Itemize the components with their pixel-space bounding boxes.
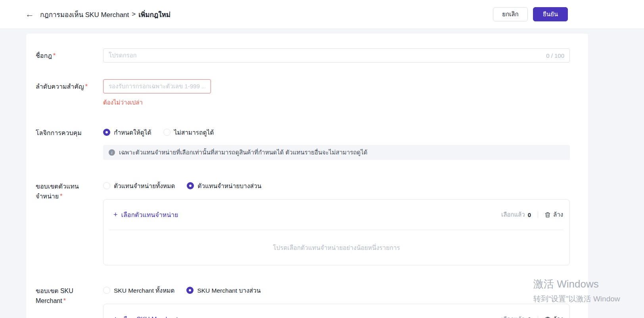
plus-icon: +: [113, 211, 118, 218]
rule-name-placeholder: โปรดกรอก: [109, 51, 137, 60]
header-actions: ยกเลิก ยืนยัน: [493, 7, 568, 21]
info-icon: i: [109, 149, 115, 156]
priority-error-message: ต้องไม่ว่างเปล่า: [103, 98, 570, 107]
cancel-button[interactable]: ยกเลิก: [493, 7, 528, 21]
dealer-empty-state: โปรดเลือกตัวแทนจำหน่ายอย่างน้อยหนึ่งรายก…: [104, 230, 569, 265]
control-logic-row: โลจิกการควบคุม กำหนดให้ดูได้ ไม่สามารถดู…: [36, 126, 570, 160]
add-sku-button[interactable]: + เลือก SKU Merchant: [113, 314, 178, 318]
radio-option-label: SKU Merchant บางส่วน: [197, 286, 261, 295]
rule-name-row: ชื่อกฎ* โปรดกรอก 0 / 100: [36, 48, 570, 63]
breadcrumb-parent[interactable]: กฎการมองเห็น SKU Merchant: [40, 9, 129, 20]
radio-unselected-icon[interactable]: [163, 129, 171, 136]
radio-selected-icon[interactable]: [103, 129, 110, 136]
dealer-scope-row: ขอบเขตตัวแทน จำหน่าย* ตัวแทนจำหน่ายทั้งห…: [36, 179, 570, 265]
selected-count-label: เลือกแล้ว: [501, 210, 525, 219]
required-mark: *: [85, 83, 88, 90]
radio-option-viewable[interactable]: กำหนดให้ดูได้: [103, 128, 151, 137]
radio-unselected-icon[interactable]: [103, 287, 110, 294]
breadcrumb-separator: >: [132, 10, 136, 18]
selected-count-value: 0: [528, 211, 531, 218]
radio-option-some-sku[interactable]: SKU Merchant บางส่วน: [186, 286, 261, 295]
radio-option-label: SKU Merchant ทั้งหมด: [114, 286, 174, 295]
dealer-scope-label: ขอบเขตตัวแทน จำหน่าย*: [36, 179, 103, 265]
radio-option-all-dealers[interactable]: ตัวแทนจำหน่ายทั้งหมด: [103, 181, 175, 191]
back-arrow-icon[interactable]: ←: [25, 10, 34, 19]
trash-icon: [545, 316, 550, 318]
rule-name-label: ชื่อกฎ*: [36, 48, 103, 63]
sku-select-panel: + เลือก SKU Merchant เลือกแล้ว 0 ล้าง: [103, 304, 570, 318]
radio-option-all-sku[interactable]: SKU Merchant ทั้งหมด: [103, 286, 174, 295]
confirm-button[interactable]: ยืนยัน: [533, 7, 568, 21]
breadcrumb: ← กฎการมองเห็น SKU Merchant > เพิ่มกฎใหม…: [25, 9, 171, 20]
radio-unselected-icon[interactable]: [103, 182, 110, 189]
selected-count-label: เลือกแล้ว: [501, 314, 525, 318]
vertical-divider: [538, 211, 538, 218]
priority-placeholder: รองรับการกรอกเฉพาะตัวเลข 1-999 ...: [109, 82, 205, 91]
page-header: ← กฎการมองเห็น SKU Merchant > เพิ่มกฎใหม…: [0, 0, 644, 29]
trash-icon: [545, 212, 550, 218]
selected-count-value: 0: [528, 316, 531, 318]
dealer-select-panel: + เลือกตัวแทนจำหน่าย เลือกแล้ว 0 ล้าง: [103, 199, 570, 265]
radio-option-label: กำหนดให้ดูได้: [114, 128, 151, 137]
clear-dealers-button[interactable]: ล้าง: [545, 210, 563, 219]
radio-option-not-viewable[interactable]: ไม่สามารถดูได้: [163, 128, 214, 137]
control-logic-label: โลจิกการควบคุม: [36, 126, 103, 160]
radio-option-label: ตัวแทนจำหน่ายทั้งหมด: [114, 181, 175, 191]
required-mark: *: [63, 297, 66, 304]
required-mark: *: [60, 193, 62, 200]
priority-row: ลำดับความสำคัญ* รองรับการกรอกเฉพาะตัวเลข…: [36, 79, 570, 107]
plus-icon: +: [113, 316, 118, 318]
radio-option-some-dealers[interactable]: ตัวแทนจำหน่ายบางส่วน: [187, 181, 261, 191]
sku-scope-label: ขอบเขต SKU Merchant*: [36, 284, 103, 318]
form-card: ชื่อกฎ* โปรดกรอก 0 / 100 ลำดับความสำคัญ*…: [26, 34, 588, 318]
rule-name-input[interactable]: โปรดกรอก 0 / 100: [103, 48, 570, 63]
radio-selected-icon[interactable]: [187, 182, 194, 189]
radio-option-label: ไม่สามารถดูได้: [174, 128, 214, 137]
info-text: เฉพาะตัวแทนจำหน่ายที่เลือกเท่านั้นที่สาม…: [119, 148, 368, 157]
required-mark: *: [53, 52, 56, 59]
page-title: เพิ่มกฎใหม่: [138, 9, 171, 20]
radio-option-label: ตัวแทนจำหน่ายบางส่วน: [197, 181, 261, 191]
radio-selected-icon[interactable]: [186, 287, 194, 294]
priority-input[interactable]: รองรับการกรอกเฉพาะตัวเลข 1-999 ...: [103, 79, 211, 93]
sku-scope-row: ขอบเขต SKU Merchant* SKU Merchant ทั้งหม…: [36, 284, 570, 318]
add-dealer-button[interactable]: + เลือกตัวแทนจำหน่าย: [113, 210, 178, 220]
vertical-divider: [538, 316, 538, 318]
control-logic-info-banner: i เฉพาะตัวแทนจำหน่ายที่เลือกเท่านั้นที่ส…: [103, 145, 570, 160]
priority-label: ลำดับความสำคัญ*: [36, 79, 103, 107]
clear-sku-button[interactable]: ล้าง: [545, 314, 563, 318]
rule-name-char-counter: 0 / 100: [542, 52, 564, 59]
